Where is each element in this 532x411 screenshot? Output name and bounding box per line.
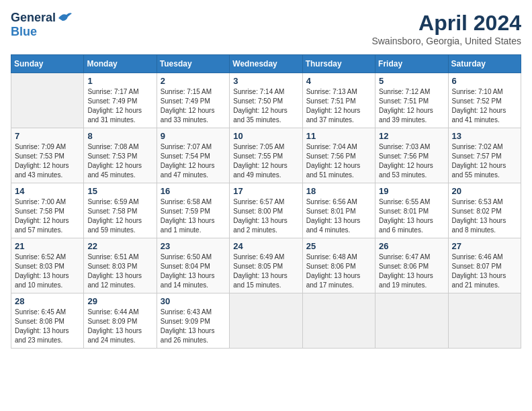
day-of-week-header: Friday (375, 55, 448, 73)
calendar-cell: 11Sunrise: 7:04 AMSunset: 7:56 PMDayligh… (302, 128, 375, 183)
header: General Blue April 2024 Swainsboro, Geor… (11, 11, 521, 46)
calendar-table: SundayMondayTuesdayWednesdayThursdayFrid… (11, 54, 521, 349)
logo-blue-text: Blue (11, 25, 37, 39)
day-number: 3 (233, 76, 298, 86)
day-info: Sunrise: 6:45 AMSunset: 8:08 PMDaylight:… (15, 308, 80, 345)
location-subtitle: Swainsboro, Georgia, United States (371, 36, 521, 46)
day-info: Sunrise: 7:00 AMSunset: 7:58 PMDaylight:… (15, 197, 80, 235)
day-number: 8 (87, 131, 152, 141)
calendar-cell: 20Sunrise: 6:53 AMSunset: 8:02 PMDayligh… (448, 183, 521, 238)
month-year-title: April 2024 (371, 11, 521, 36)
calendar-cell: 7Sunrise: 7:09 AMSunset: 7:53 PMDaylight… (11, 128, 84, 183)
calendar-cell: 3Sunrise: 7:14 AMSunset: 7:50 PMDaylight… (230, 73, 302, 128)
calendar-cell: 1Sunrise: 7:17 AMSunset: 7:49 PMDaylight… (84, 73, 157, 128)
day-info: Sunrise: 7:03 AMSunset: 7:56 PMDaylight:… (379, 142, 444, 180)
calendar-cell: 8Sunrise: 7:08 AMSunset: 7:53 PMDaylight… (84, 128, 157, 183)
day-info: Sunrise: 7:02 AMSunset: 7:57 PMDaylight:… (452, 142, 517, 180)
calendar-cell: 6Sunrise: 7:10 AMSunset: 7:52 PMDaylight… (448, 73, 521, 128)
day-of-week-header: Sunday (11, 55, 84, 73)
calendar-cell: 2Sunrise: 7:15 AMSunset: 7:49 PMDaylight… (157, 73, 229, 128)
day-info: Sunrise: 7:05 AMSunset: 7:55 PMDaylight:… (233, 142, 298, 180)
calendar-cell: 21Sunrise: 6:52 AMSunset: 8:03 PMDayligh… (11, 238, 84, 293)
calendar-cell: 29Sunrise: 6:44 AMSunset: 8:09 PMDayligh… (84, 293, 157, 349)
day-of-week-header: Thursday (302, 55, 375, 73)
day-number: 20 (452, 186, 517, 196)
day-number: 12 (379, 131, 444, 141)
day-info: Sunrise: 6:48 AMSunset: 8:06 PMDaylight:… (306, 253, 371, 290)
day-number: 25 (306, 241, 371, 251)
day-number: 14 (15, 186, 80, 196)
day-number: 18 (306, 186, 371, 196)
day-number: 26 (379, 241, 444, 251)
day-number: 19 (379, 186, 444, 196)
logo-bird-icon (57, 11, 72, 24)
calendar-cell: 5Sunrise: 7:12 AMSunset: 7:51 PMDaylight… (375, 73, 448, 128)
day-info: Sunrise: 7:04 AMSunset: 7:56 PMDaylight:… (306, 142, 371, 180)
calendar-cell: 15Sunrise: 6:59 AMSunset: 7:58 PMDayligh… (84, 183, 157, 238)
calendar-cell: 22Sunrise: 6:51 AMSunset: 8:03 PMDayligh… (84, 238, 157, 293)
calendar-week-row: 21Sunrise: 6:52 AMSunset: 8:03 PMDayligh… (11, 238, 521, 293)
calendar-cell (375, 293, 448, 349)
calendar-cell (11, 73, 84, 128)
calendar-cell: 24Sunrise: 6:49 AMSunset: 8:05 PMDayligh… (230, 238, 302, 293)
day-info: Sunrise: 6:59 AMSunset: 7:58 PMDaylight:… (87, 197, 152, 235)
day-info: Sunrise: 6:56 AMSunset: 8:01 PMDaylight:… (306, 197, 371, 235)
day-info: Sunrise: 7:12 AMSunset: 7:51 PMDaylight:… (379, 87, 444, 125)
day-number: 10 (233, 131, 298, 141)
day-info: Sunrise: 6:47 AMSunset: 8:06 PMDaylight:… (379, 253, 444, 290)
day-number: 16 (161, 186, 226, 196)
day-number: 28 (15, 296, 80, 306)
calendar-cell: 17Sunrise: 6:57 AMSunset: 8:00 PMDayligh… (230, 183, 302, 238)
day-info: Sunrise: 7:10 AMSunset: 7:52 PMDaylight:… (452, 87, 517, 125)
calendar-week-row: 1Sunrise: 7:17 AMSunset: 7:49 PMDaylight… (11, 73, 521, 128)
day-info: Sunrise: 6:55 AMSunset: 8:01 PMDaylight:… (379, 197, 444, 235)
calendar-cell: 16Sunrise: 6:58 AMSunset: 7:59 PMDayligh… (157, 183, 229, 238)
day-number: 23 (161, 241, 226, 251)
calendar-cell (448, 293, 521, 349)
calendar-cell: 27Sunrise: 6:46 AMSunset: 8:07 PMDayligh… (448, 238, 521, 293)
day-info: Sunrise: 6:51 AMSunset: 8:03 PMDaylight:… (87, 253, 152, 290)
day-number: 1 (87, 76, 152, 86)
day-info: Sunrise: 6:43 AMSunset: 9:09 PMDaylight:… (161, 308, 226, 345)
day-number: 21 (15, 241, 80, 251)
day-number: 22 (87, 241, 152, 251)
logo-general-text: General (11, 11, 56, 25)
day-info: Sunrise: 7:13 AMSunset: 7:51 PMDaylight:… (306, 87, 371, 125)
title-area: April 2024 Swainsboro, Georgia, United S… (371, 11, 521, 46)
day-number: 30 (161, 296, 226, 306)
calendar-cell (302, 293, 375, 349)
day-info: Sunrise: 7:08 AMSunset: 7:53 PMDaylight:… (87, 142, 152, 180)
day-number: 17 (233, 186, 298, 196)
day-info: Sunrise: 6:44 AMSunset: 8:09 PMDaylight:… (87, 308, 152, 345)
day-of-week-header: Saturday (448, 55, 521, 73)
calendar-week-row: 7Sunrise: 7:09 AMSunset: 7:53 PMDaylight… (11, 128, 521, 183)
day-of-week-header: Tuesday (157, 55, 229, 73)
day-number: 2 (161, 76, 226, 86)
day-info: Sunrise: 6:49 AMSunset: 8:05 PMDaylight:… (233, 253, 298, 290)
day-number: 27 (452, 241, 517, 251)
calendar-cell: 19Sunrise: 6:55 AMSunset: 8:01 PMDayligh… (375, 183, 448, 238)
calendar-week-row: 28Sunrise: 6:45 AMSunset: 8:08 PMDayligh… (11, 293, 521, 349)
calendar-cell: 4Sunrise: 7:13 AMSunset: 7:51 PMDaylight… (302, 73, 375, 128)
calendar-cell: 25Sunrise: 6:48 AMSunset: 8:06 PMDayligh… (302, 238, 375, 293)
day-info: Sunrise: 6:57 AMSunset: 8:00 PMDaylight:… (233, 197, 298, 235)
calendar-cell: 10Sunrise: 7:05 AMSunset: 7:55 PMDayligh… (230, 128, 302, 183)
calendar-cell: 9Sunrise: 7:07 AMSunset: 7:54 PMDaylight… (157, 128, 229, 183)
day-info: Sunrise: 7:15 AMSunset: 7:49 PMDaylight:… (161, 87, 226, 125)
calendar-cell: 13Sunrise: 7:02 AMSunset: 7:57 PMDayligh… (448, 128, 521, 183)
day-of-week-header: Monday (84, 55, 157, 73)
calendar-week-row: 14Sunrise: 7:00 AMSunset: 7:58 PMDayligh… (11, 183, 521, 238)
calendar-cell: 18Sunrise: 6:56 AMSunset: 8:01 PMDayligh… (302, 183, 375, 238)
day-info: Sunrise: 6:58 AMSunset: 7:59 PMDaylight:… (161, 197, 226, 235)
day-info: Sunrise: 7:14 AMSunset: 7:50 PMDaylight:… (233, 87, 298, 125)
day-info: Sunrise: 7:09 AMSunset: 7:53 PMDaylight:… (15, 142, 80, 180)
day-number: 11 (306, 131, 371, 141)
calendar-cell: 28Sunrise: 6:45 AMSunset: 8:08 PMDayligh… (11, 293, 84, 349)
day-number: 13 (452, 131, 517, 141)
day-number: 6 (452, 76, 517, 86)
day-info: Sunrise: 7:07 AMSunset: 7:54 PMDaylight:… (161, 142, 226, 180)
calendar-cell (230, 293, 302, 349)
day-number: 7 (15, 131, 80, 141)
day-number: 5 (379, 76, 444, 86)
day-of-week-header: Wednesday (230, 55, 302, 73)
